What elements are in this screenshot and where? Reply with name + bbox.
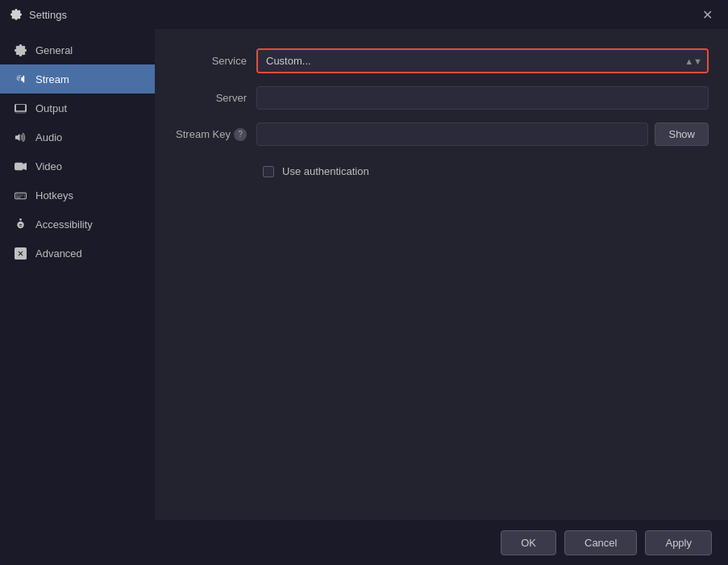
apply-button[interactable]: Apply — [645, 530, 712, 555]
settings-window: Settings ✕ General — [0, 0, 728, 565]
title-bar: Settings ✕ — [0, 0, 728, 29]
stream-key-input[interactable] — [256, 123, 648, 146]
sidebar-item-video[interactable]: Video — [0, 152, 155, 181]
use-auth-text: Use authentication — [282, 165, 369, 177]
sidebar: General Stream Output — [0, 29, 155, 520]
accessibility-icon — [13, 217, 27, 231]
sidebar-item-hotkeys[interactable]: Hotkeys — [0, 181, 155, 210]
service-select-wrapper: Custom... Twitch YouTube Facebook Live ▲… — [256, 48, 709, 73]
auth-row: Use authentication — [174, 165, 709, 177]
sidebar-item-label: Video — [35, 160, 62, 172]
sidebar-item-general[interactable]: General — [0, 35, 155, 64]
service-row: Service Custom... Twitch YouTube Faceboo… — [174, 48, 709, 73]
use-auth-checkbox[interactable] — [263, 166, 274, 177]
service-select[interactable]: Custom... Twitch YouTube Facebook Live — [258, 50, 707, 72]
gear-icon — [13, 43, 27, 57]
content-area: General Stream Output — [0, 29, 728, 520]
sidebar-item-label: Stream — [35, 73, 69, 85]
sidebar-item-label: General — [35, 44, 73, 56]
advanced-icon — [13, 246, 27, 260]
sidebar-item-advanced[interactable]: Advanced — [0, 239, 155, 268]
server-label: Server — [174, 92, 247, 104]
audio-icon — [13, 130, 27, 144]
service-label: Service — [174, 55, 247, 67]
video-icon — [13, 159, 27, 173]
show-stream-key-button[interactable]: Show — [655, 123, 709, 146]
stream-key-row: Stream Key ? Show — [174, 123, 709, 146]
title-text: Settings — [29, 9, 67, 21]
ok-button[interactable]: OK — [501, 530, 556, 555]
stream-key-label: Stream Key ? — [174, 128, 247, 141]
stream-icon — [13, 72, 27, 86]
help-icon[interactable]: ? — [234, 128, 247, 141]
sidebar-item-output[interactable]: Output — [0, 93, 155, 123]
sidebar-item-stream[interactable]: Stream — [0, 64, 155, 93]
settings-title-icon — [10, 8, 23, 21]
sidebar-item-accessibility[interactable]: Accessibility — [0, 210, 155, 239]
sidebar-item-label: Hotkeys — [35, 189, 73, 201]
close-button[interactable]: ✕ — [696, 3, 718, 26]
form-area: Service Custom... Twitch YouTube Faceboo… — [174, 48, 709, 501]
server-row: Server — [174, 86, 709, 110]
sidebar-item-label: Accessibility — [35, 218, 93, 231]
hotkeys-icon — [13, 188, 27, 202]
output-icon — [13, 101, 27, 115]
sidebar-item-audio[interactable]: Audio — [0, 123, 155, 152]
sidebar-item-label: Output — [35, 102, 67, 114]
stream-key-wrapper: Show — [256, 123, 709, 146]
server-input[interactable] — [256, 86, 709, 110]
use-auth-label[interactable]: Use authentication — [263, 165, 369, 177]
sidebar-item-label: Advanced — [35, 247, 82, 260]
main-panel: Service Custom... Twitch YouTube Faceboo… — [155, 29, 728, 520]
cancel-button[interactable]: Cancel — [564, 530, 637, 555]
bottom-bar: OK Cancel Apply — [0, 520, 728, 565]
title-bar-left: Settings — [10, 8, 67, 21]
sidebar-item-label: Audio — [35, 131, 62, 143]
